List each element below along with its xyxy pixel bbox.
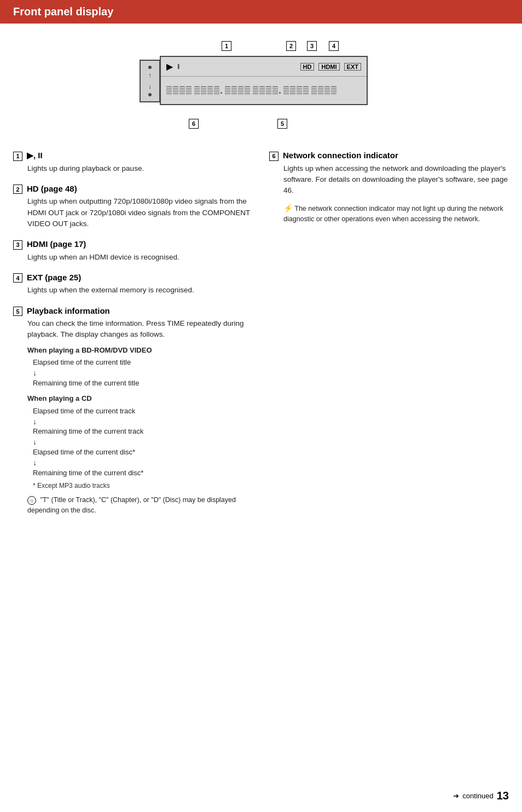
- seg-group-2: [194, 86, 222, 95]
- cd-arrow-2: ↓: [33, 437, 253, 447]
- hdmi-badge: HDMI: [318, 63, 339, 71]
- page-header: Front panel display: [0, 0, 522, 24]
- play-symbol: ▶: [166, 61, 173, 72]
- section-6-body: Lights up when accessing the network and…: [269, 163, 509, 225]
- section-4-title: EXT (page 25): [27, 273, 81, 282]
- content-columns: 1 ▶, II Lights up during playback or pau…: [13, 151, 509, 526]
- section-1-body: Lights up during playback or pause.: [13, 163, 253, 174]
- warning-icon: ⚡: [283, 204, 293, 212]
- section-6-text: Lights up when accessing the network and…: [283, 164, 508, 195]
- section-6-num: 6: [269, 152, 279, 161]
- panel-diagram: 1 2 3 4 5 6 ↑ ↓ ▶ II HD HDMI EXT: [13, 37, 509, 135]
- cd-arrow-3: ↓: [33, 458, 253, 468]
- section-5-intro: You can check the time information. Pres…: [27, 319, 243, 338]
- section-6: 6 Network connection indicator Lights up…: [269, 151, 509, 224]
- section-3-title: HDMI (page 17): [27, 239, 86, 249]
- section-2-header: 2 HD (page 48): [13, 184, 253, 194]
- cd-item-4: Remaining time of the current disc*: [33, 468, 253, 479]
- section-1-header: 1 ▶, II: [13, 151, 253, 161]
- bdrom-arrow-1: ↓: [33, 368, 253, 378]
- bdrom-item-2: Remaining time of the current title: [33, 378, 253, 389]
- dot-bottom: [148, 93, 152, 96]
- page-footer: ➔ continued 13: [453, 790, 509, 802]
- seg-group-6: [311, 86, 337, 95]
- cd-item-3: Elapsed time of the current disc*: [33, 447, 253, 458]
- section-5-tip: ☼ "T" (Title or Track), "C" (Chapter), o…: [27, 495, 253, 516]
- section-1-num: 1: [13, 152, 22, 161]
- section-5: 5 Playback information You can check the…: [13, 306, 253, 516]
- subsection-bdrom-title: When playing a BD-ROM/DVD VIDEO: [27, 345, 253, 356]
- section-6-header: 6 Network connection indicator: [269, 151, 509, 161]
- section-3: 3 HDMI (page 17) Lights up when an HDMI …: [13, 239, 253, 263]
- page-number: 13: [497, 790, 509, 802]
- continued-text: continued: [462, 792, 493, 800]
- tip-icon: ☼: [27, 496, 36, 505]
- section-5-body: You can check the time information. Pres…: [13, 318, 253, 516]
- section-6-title: Network connection indicator: [283, 151, 398, 160]
- section-5-title: Playback information: [27, 306, 110, 315]
- cd-footnote: * Except MP3 audio tracks: [33, 481, 253, 491]
- section-5-num: 5: [13, 307, 22, 316]
- up-arrow: ↑: [148, 72, 152, 79]
- section-4-num: 4: [13, 273, 22, 283]
- subsection-cd-title: When playing a CD: [27, 393, 253, 404]
- callout-6: 6: [189, 119, 199, 129]
- ext-badge: EXT: [344, 63, 361, 71]
- panel-bottom-row: [161, 77, 367, 104]
- cd-item-1: Elapsed time of the current track: [33, 406, 253, 417]
- section-3-num: 3: [13, 240, 22, 250]
- section-1: 1 ▶, II Lights up during playback or pau…: [13, 151, 253, 174]
- callout-3: 3: [307, 41, 317, 51]
- bdrom-item-1: Elapsed time of the current title: [33, 357, 253, 368]
- seg-group-3: [225, 86, 250, 95]
- callout-4: 4: [329, 41, 339, 51]
- section-4-body: Lights up when the external memory is re…: [13, 285, 253, 296]
- section-3-header: 3 HDMI (page 17): [13, 239, 253, 250]
- section-5-header: 5 Playback information: [13, 306, 253, 316]
- seg-group-5: [283, 86, 309, 95]
- left-controls-box: ↑ ↓: [140, 60, 160, 102]
- right-column: 6 Network connection indicator Lights up…: [269, 151, 509, 526]
- section-2-title: HD (page 48): [27, 184, 77, 193]
- down-arrow: ↓: [148, 83, 152, 90]
- section-4: 4 EXT (page 25) Lights up when the exter…: [13, 273, 253, 296]
- section-3-body: Lights up when an HDMI device is recogni…: [13, 252, 253, 263]
- seg-group-1: [166, 86, 192, 95]
- main-display-panel: ▶ II HD HDMI EXT: [160, 56, 368, 105]
- tip-text: "T" (Title or Track), "C" (Chapter), or …: [27, 496, 236, 514]
- section-2-body: Lights up when outputting 720p/1080i/108…: [13, 196, 253, 229]
- callout-5: 5: [277, 119, 287, 129]
- page-title: Front panel display: [13, 5, 509, 18]
- cd-arrow-1: ↓: [33, 417, 253, 427]
- section-6-warning: ⚡ The network connection indicator may n…: [283, 203, 509, 224]
- continued-arrow: ➔: [453, 792, 459, 800]
- callout-1: 1: [222, 41, 231, 51]
- left-column: 1 ▶, II Lights up during playback or pau…: [13, 151, 253, 526]
- panel-top-row: ▶ II HD HDMI EXT: [161, 57, 367, 77]
- section-2: 2 HD (page 48) Lights up when outputting…: [13, 184, 253, 229]
- dot-top: [148, 66, 152, 69]
- section-4-header: 4 EXT (page 25): [13, 273, 253, 283]
- seg-group-4: [253, 86, 281, 95]
- pause-symbol: II: [177, 63, 179, 71]
- section-2-num: 2: [13, 185, 22, 194]
- warning-text: The network connection indicator may not…: [283, 205, 503, 223]
- section-1-title: ▶, II: [27, 151, 43, 160]
- callout-2: 2: [286, 41, 296, 51]
- hd-badge: HD: [300, 63, 315, 71]
- cd-item-2: Remaining time of the current track: [33, 426, 253, 437]
